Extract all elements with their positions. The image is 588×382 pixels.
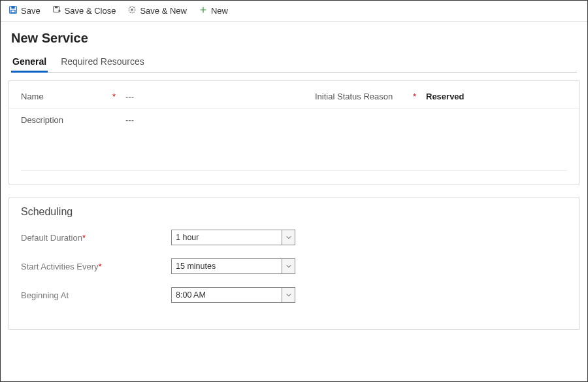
tab-required-resources-label: Required Resources (61, 56, 144, 67)
row-start-activities-every: Start Activities Every* 15 minutes (21, 258, 567, 274)
tab-required-resources[interactable]: Required Resources (59, 52, 146, 72)
tabs: General Required Resources (11, 52, 577, 73)
scheduling-panel: Scheduling Default Duration* 1 hour Star… (8, 198, 580, 330)
page-title: New Service (11, 31, 577, 46)
beginning-at-value: 8:00 AM (172, 290, 282, 300)
name-label: Name (21, 92, 112, 101)
initial-status-value[interactable]: Reserved (426, 92, 465, 101)
description-label: Description (21, 115, 112, 125)
required-mark: * (82, 233, 86, 243)
description-value[interactable]: --- (125, 115, 134, 125)
row-default-duration: Default Duration* 1 hour (21, 230, 567, 245)
new-button[interactable]: New (199, 5, 228, 16)
save-button[interactable]: Save (8, 5, 41, 16)
save-new-icon (127, 5, 137, 16)
toolbar: Save Save & Close Save & New New (1, 1, 587, 22)
default-duration-value: 1 hour (172, 233, 282, 242)
required-mark: * (112, 92, 118, 101)
panel-spacer (21, 131, 567, 171)
start-activities-label-text: Start Activities Every (21, 262, 98, 271)
svg-rect-4 (55, 7, 57, 9)
new-label: New (211, 6, 228, 16)
scheduling-title: Scheduling (21, 206, 567, 218)
chevron-down-icon[interactable] (282, 259, 295, 273)
default-duration-label: Default Duration* (21, 233, 171, 243)
save-close-icon (52, 5, 61, 16)
general-panel: Name * --- Initial Status Reason * Reser… (8, 80, 580, 184)
chevron-down-icon[interactable] (282, 230, 295, 245)
plus-icon (199, 5, 208, 16)
required-mark: * (98, 262, 101, 271)
save-close-label: Save & Close (65, 6, 116, 16)
default-duration-label-text: Default Duration (21, 233, 82, 243)
default-duration-select[interactable]: 1 hour (171, 230, 295, 245)
start-activities-select[interactable]: 15 minutes (171, 258, 295, 274)
initial-status-label: Initial Status Reason (315, 92, 413, 101)
beginning-at-label: Beginning At (21, 290, 171, 300)
save-new-button[interactable]: Save & New (127, 5, 187, 16)
row-name-status: Name * --- Initial Status Reason * Reser… (9, 85, 579, 109)
required-mark: * (413, 92, 418, 101)
row-description: Description * --- (9, 109, 579, 131)
beginning-at-label-text: Beginning At (21, 290, 69, 300)
svg-rect-1 (11, 7, 14, 9)
tab-general[interactable]: General (11, 52, 48, 72)
chevron-down-icon[interactable] (282, 288, 295, 302)
name-value[interactable]: --- (125, 92, 134, 101)
svg-rect-2 (11, 10, 15, 12)
save-close-button[interactable]: Save & Close (52, 5, 116, 16)
save-new-label: Save & New (140, 6, 187, 16)
save-icon (8, 5, 18, 16)
beginning-at-select[interactable]: 8:00 AM (171, 287, 295, 303)
start-activities-value: 15 minutes (172, 262, 282, 271)
tab-general-label: General (12, 56, 46, 67)
form-body: Name * --- Initial Status Reason * Reser… (1, 73, 587, 338)
save-label: Save (21, 6, 41, 16)
row-beginning-at: Beginning At 8:00 AM (21, 287, 567, 303)
header: New Service General Required Resources (1, 22, 587, 73)
start-activities-label: Start Activities Every* (21, 262, 171, 271)
